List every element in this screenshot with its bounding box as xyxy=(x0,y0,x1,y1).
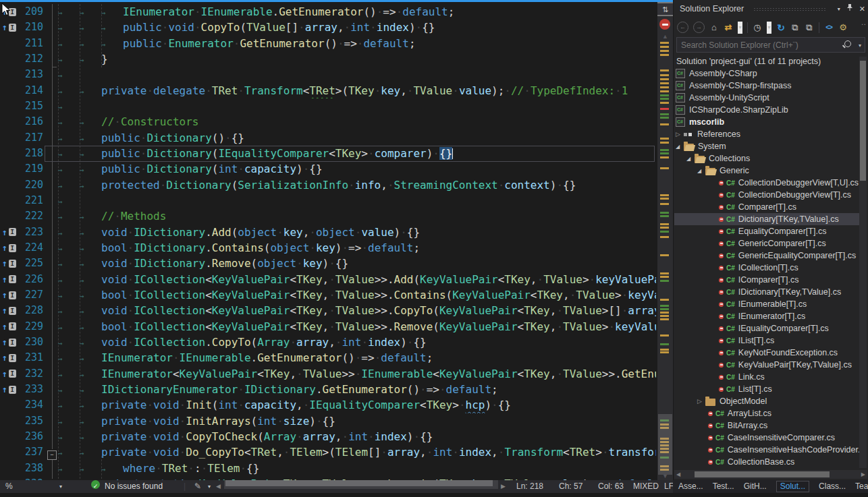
tree-item-dictionary-tkey-tvalue-cs[interactable]: C#Dictionary[TKey,TValue].cs xyxy=(674,213,859,225)
panel-tab-test[interactable]: Test... xyxy=(713,481,734,492)
panel-drag-grip[interactable] xyxy=(753,7,826,11)
implements-indicator-icon[interactable]: ↑I xyxy=(2,20,16,35)
code-line[interactable]: 219→→public·Dictionary(int·capacity)·{} xyxy=(0,161,656,177)
view-code-icon[interactable]: <> xyxy=(824,22,834,34)
pin-icon[interactable] xyxy=(846,0,853,18)
back-icon[interactable]: ← xyxy=(677,22,688,33)
switch-views-icon[interactable]: ⇄ xyxy=(724,22,733,34)
tree-item-ienumerator-t-cs[interactable]: C#IEnumerator[T].cs xyxy=(674,310,859,322)
implements-indicator-icon[interactable]: ↑I xyxy=(2,334,16,350)
code-line[interactable]: 222→→//·Methods xyxy=(0,208,656,224)
code-line[interactable]: 217→→public·Dictionary()·{} xyxy=(0,130,656,146)
tree-item-comparer-t-cs[interactable]: C#Comparer[T].cs xyxy=(674,201,859,213)
tree-item-keyvaluepair-tkey-tvalue-cs[interactable]: C#KeyValuePair[TKey,TValue].cs xyxy=(674,359,859,371)
tree-item-keynotfoundexception-cs[interactable]: C#KeyNotFoundException.cs xyxy=(674,347,859,359)
panel-tab-class[interactable]: Class... xyxy=(819,481,846,492)
tree-item-assembly-csharp[interactable]: Assembly-CSharp xyxy=(674,67,859,80)
refresh-icon[interactable]: ↻ xyxy=(776,22,786,34)
tree-item-solution-project-gui-11-of-11-projects-[interactable]: Solution 'project-gui' (11 of 11 project… xyxy=(674,55,859,67)
tree-hscroll-thumb[interactable] xyxy=(695,471,830,477)
code-line[interactable]: 216→→//·Constructors xyxy=(0,114,656,129)
code-line[interactable]: 215→ xyxy=(0,98,656,114)
tree-item-generic[interactable]: ◢Generic xyxy=(674,165,859,177)
code-line[interactable]: ↑I209→→→IEnumerator·IEnumerable.GetEnume… xyxy=(0,4,656,20)
code-line[interactable]: 212→→} xyxy=(0,51,656,67)
chevron-expanded-icon[interactable]: ◢ xyxy=(686,156,695,162)
search-icon[interactable] xyxy=(844,40,851,47)
chevron-expanded-icon[interactable]: ◢ xyxy=(676,144,684,150)
tree-vscroll-thumb[interactable] xyxy=(860,61,866,181)
panel-tab-tea[interactable]: Tea... xyxy=(855,481,868,492)
tree-item-ienumerable-t-cs[interactable]: C#IEnumerable[T].cs xyxy=(674,298,859,310)
implements-indicator-icon[interactable]: ↑I xyxy=(2,240,16,256)
tree-hscroll-right-icon[interactable]: ▶ xyxy=(861,471,865,477)
chevron-collapsed-icon[interactable]: ▷ xyxy=(676,131,684,138)
tree-item-caseinsensitivecomparer-cs[interactable]: C#CaseInsensitiveComparer.cs xyxy=(674,432,859,444)
tree-item-genericcomparer-t-cs[interactable]: C#GenericComparer[T].cs xyxy=(674,237,859,250)
preview-selected-icon[interactable]: ⧉ xyxy=(805,22,814,34)
tree-item-objectmodel[interactable]: ▷ObjectModel xyxy=(674,395,859,407)
tree-item-caseinsensitivehashcodeprovider-cs[interactable]: C#CaseInsensitiveHashCodeProvider.cs xyxy=(674,444,859,456)
tree-item-icomparer-t-cs[interactable]: C#IComparer[T].cs xyxy=(674,274,859,286)
tree-item-list-t-cs[interactable]: C#List[T].cs xyxy=(674,383,859,395)
implements-indicator-icon[interactable]: ↑I xyxy=(2,287,16,303)
code-line[interactable]: ↑I226→→void·ICollection<KeyValuePair<TKe… xyxy=(0,272,656,287)
code-line[interactable]: ↑I210→→→public·void·CopyTo(TValue[]·arra… xyxy=(0,20,656,35)
code-cleanup-dropdown-icon[interactable]: ▾ xyxy=(208,480,211,493)
status-char[interactable]: Ch: 57 xyxy=(559,480,582,493)
code-line[interactable]: 211→→→public·Enumerator·GetEnumerator()·… xyxy=(0,36,656,51)
toolbar-overflow-icon[interactable]: ‥ xyxy=(861,18,866,27)
code-line[interactable]: 237→→private·void·Do_CopyTo<TRet,·TElem>… xyxy=(0,444,656,460)
code-line[interactable]: ↑I223→→void·IDictionary.Add(object·key,·… xyxy=(0,225,656,240)
collapse-all-icon[interactable]: ⧉ xyxy=(790,22,800,34)
implements-indicator-icon[interactable]: ↑I xyxy=(2,225,16,240)
forward-icon[interactable]: → xyxy=(693,22,705,33)
tree-item-system[interactable]: ◢System xyxy=(674,140,859,152)
panel-tab-solut[interactable]: Solut... xyxy=(776,481,809,492)
chevron-collapsed-icon[interactable]: ▷ xyxy=(697,398,705,405)
panel-tab-asse[interactable]: Asse... xyxy=(678,481,703,492)
window-position-dropdown-icon[interactable]: ▾ xyxy=(838,0,840,18)
code-line[interactable]: 220→→protected·Dictionary(SerializationI… xyxy=(0,177,656,193)
scroll-up-icon[interactable]: ▲ xyxy=(657,33,673,40)
tree-item-collectionbase-cs[interactable]: C#CollectionBase.cs xyxy=(674,456,859,468)
tree-item-genericequalitycomparer-t-cs[interactable]: C#GenericEqualityComparer[T].cs xyxy=(674,250,859,262)
tree-item-mscorlib[interactable]: mscorlib xyxy=(674,116,859,128)
tree-item-references[interactable]: ▷References xyxy=(674,128,859,140)
tree-item-bitarray-cs[interactable]: C#BitArray.cs xyxy=(674,419,859,432)
code-line[interactable]: 236→→private·void·CopyToCheck(Array·arra… xyxy=(0,429,656,444)
tree-item-assembly-unityscript[interactable]: Assembly-UnityScript xyxy=(674,92,859,104)
tree-item-assembly-csharp-firstpass[interactable]: Assembly-CSharp-firstpass xyxy=(674,80,859,92)
search-box[interactable]: ▾ xyxy=(676,37,865,53)
code-line[interactable]: 214→→private·delegate·TRet·Transform<TRe… xyxy=(0,83,656,98)
scrollbar-thumb[interactable] xyxy=(658,414,672,475)
code-line[interactable]: 221→ xyxy=(0,193,656,208)
implements-indicator-icon[interactable]: ↑I xyxy=(2,382,16,397)
tree-item-collections[interactable]: ◢Collections xyxy=(674,152,859,165)
hscroll-thumb[interactable] xyxy=(225,480,493,486)
implements-indicator-icon[interactable]: ↑I xyxy=(2,319,16,334)
search-dropdown-icon[interactable]: ▾ xyxy=(859,42,861,49)
panel-header[interactable]: Solution Explorer ▾ ✕ xyxy=(674,0,868,18)
home-icon[interactable]: ⌂ xyxy=(709,22,719,34)
properties-icon[interactable]: ⚙ xyxy=(838,22,848,34)
implements-indicator-icon[interactable]: ↑I xyxy=(2,366,16,382)
code-editor[interactable]: − ↑I209→→→IEnumerator·IEnumerable.GetEnu… xyxy=(0,0,673,480)
panel-tab-gith[interactable]: GitH... xyxy=(744,481,767,492)
status-encoding[interactable]: MIXED xyxy=(633,480,659,493)
code-cleanup-icon[interactable]: ✎ xyxy=(194,480,201,493)
chevron-expanded-icon[interactable]: ◢ xyxy=(697,168,705,174)
code-line[interactable]: ↑I233→→IDictionaryEnumerator·IDictionary… xyxy=(0,382,656,397)
code-line[interactable]: ↑I225→→void·IDictionary.Remove(object·ke… xyxy=(0,256,656,271)
tree-item-ilist-t-cs[interactable]: C#IList[T].cs xyxy=(674,334,859,347)
close-icon[interactable]: ✕ xyxy=(859,0,865,18)
code-line[interactable]: ↑I224→→bool·IDictionary.Contains(object·… xyxy=(0,240,656,256)
split-editor-handle[interactable]: ⇅ xyxy=(657,2,673,16)
hscroll-left-icon[interactable]: ◀ xyxy=(216,480,221,493)
status-eol[interactable]: LF xyxy=(664,480,674,493)
code-line[interactable]: ↑I229→→bool·ICollection<KeyValuePair<TKe… xyxy=(0,319,656,334)
tree-item-idictionary-tkey-tvalue-cs[interactable]: C#IDictionary[TKey,TValue].cs xyxy=(674,286,859,298)
tree-item-link-cs[interactable]: C#Link.cs xyxy=(674,371,859,383)
tree-hscroll-left-icon[interactable]: ◀ xyxy=(676,471,680,477)
code-line[interactable]: ↑I232→→IEnumerator<KeyValuePair<TKey,·TV… xyxy=(0,366,656,382)
